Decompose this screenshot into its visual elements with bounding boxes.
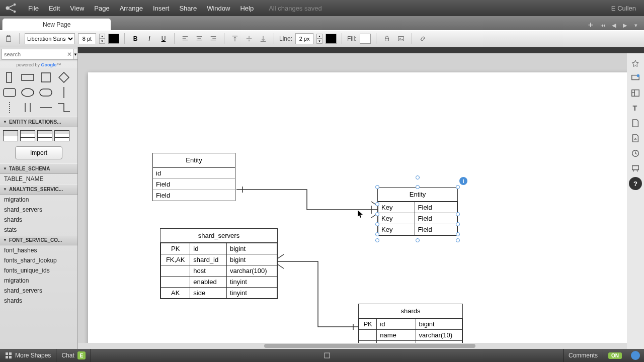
tree-migration[interactable]: migration	[0, 195, 77, 205]
selection-handle[interactable]	[456, 232, 460, 236]
layout-icon[interactable]	[629, 86, 642, 100]
line-width-input[interactable]	[295, 33, 313, 44]
horizontal-scrollbar[interactable]	[78, 343, 627, 349]
search-input[interactable]	[2, 49, 76, 60]
maximize-icon[interactable]	[319, 349, 335, 362]
navigator-icon[interactable]	[629, 56, 642, 69]
tree-shard-servers-2[interactable]: shard_servers	[0, 286, 77, 296]
align-left-icon[interactable]	[180, 33, 191, 44]
search-dropdown-icon[interactable]: ▼	[73, 49, 78, 60]
shape-connector[interactable]	[38, 102, 53, 114]
clipboard-icon[interactable]	[3, 33, 14, 44]
italic-button[interactable]: I	[144, 33, 155, 44]
shape-vrect[interactable]	[2, 71, 17, 83]
menu-window[interactable]: Window	[202, 5, 235, 12]
selection-handle[interactable]	[416, 238, 420, 242]
selection-handle[interactable]	[375, 238, 379, 242]
line-color-swatch[interactable]	[326, 34, 337, 44]
presence-toggle[interactable]: ON	[603, 349, 627, 362]
selection-handle[interactable]	[375, 212, 379, 216]
shape-elbow[interactable]	[56, 102, 71, 114]
er-shape-3[interactable]	[37, 130, 52, 141]
tree-shards-2[interactable]: shards	[0, 296, 77, 306]
tree-shards[interactable]: shards	[0, 215, 77, 225]
menu-page[interactable]: Page	[89, 5, 114, 12]
info-badge-icon[interactable]: i	[459, 177, 467, 185]
text-color-swatch[interactable]	[108, 34, 119, 44]
shape-pill[interactable]	[38, 86, 53, 99]
page-icon[interactable]	[629, 117, 642, 130]
section-entity-relations[interactable]: ▼ENTITY RELATIONS...	[0, 117, 77, 127]
fill-color-swatch[interactable]	[360, 34, 371, 44]
user-avatar[interactable]	[631, 351, 640, 360]
tree-table-name[interactable]: TABLE_NAME	[0, 174, 77, 184]
section-fontsvc[interactable]: ▼FONT_SERVICE_CO...	[0, 235, 77, 245]
tree-shard-servers[interactable]: shard_servers	[0, 205, 77, 215]
image-icon[interactable]	[395, 33, 407, 44]
selection-handle[interactable]	[375, 222, 379, 226]
section-table-schema[interactable]: ▼TABLE_SCHEMA	[0, 163, 77, 174]
selection-handle[interactable]	[456, 212, 460, 216]
import-button[interactable]: Import	[15, 146, 62, 159]
shape-line-v[interactable]	[56, 86, 71, 99]
line-width-spinner[interactable]: ▲▼	[316, 34, 323, 44]
tab-prev-icon[interactable]: ◀	[610, 21, 618, 29]
shape-bracket[interactable]	[20, 102, 35, 114]
bold-button[interactable]: B	[130, 33, 141, 44]
valign-middle-icon[interactable]	[244, 33, 255, 44]
selection-handle[interactable]	[456, 238, 460, 242]
font-size-input[interactable]	[78, 33, 96, 44]
presentation-icon[interactable]	[629, 162, 642, 175]
tab-next-icon[interactable]: ▶	[621, 21, 629, 29]
menu-file[interactable]: File	[23, 5, 44, 12]
chat-button[interactable]: Chat E	[56, 349, 90, 362]
rotate-handle[interactable]	[416, 175, 420, 179]
valign-top-icon[interactable]	[229, 33, 240, 44]
table-shard-servers[interactable]: shard_servers PKidbigint FK,AKshard_idbi…	[160, 228, 278, 299]
er-shape-1[interactable]	[3, 130, 18, 141]
menu-insert[interactable]: Insert	[148, 5, 175, 12]
font-family-select[interactable]: Liberation Sans	[25, 33, 75, 44]
underline-button[interactable]: U	[158, 33, 169, 44]
tab-first-icon[interactable]: ⏮	[599, 21, 607, 29]
tree-font-hashes[interactable]: font_hashes	[0, 245, 77, 255]
menu-share[interactable]: Share	[174, 5, 202, 12]
er-shape-2[interactable]	[20, 130, 35, 141]
selection-handle[interactable]	[375, 202, 379, 206]
user-name[interactable]: E Cullen	[611, 5, 640, 12]
scrollbar-thumb[interactable]	[264, 344, 475, 348]
add-tab-button[interactable]: +	[586, 20, 596, 30]
theme-icon[interactable]: A	[629, 132, 642, 145]
more-shapes-button[interactable]: More Shapes	[0, 349, 56, 362]
shape-hrect[interactable]	[20, 71, 35, 83]
er-shape-4[interactable]	[54, 130, 69, 141]
shape-square[interactable]	[38, 71, 53, 83]
lock-icon[interactable]	[381, 33, 392, 44]
shape-ellipse[interactable]	[20, 86, 35, 99]
text-icon[interactable]: T	[629, 102, 642, 115]
tab-menu-icon[interactable]: ▾	[632, 21, 640, 29]
tree-migration-2[interactable]: migration	[0, 276, 77, 286]
tree-fonts-shard-lookup[interactable]: fonts_shard_lookup	[0, 255, 77, 265]
shape-line-v2[interactable]	[2, 102, 17, 114]
valign-bottom-icon[interactable]	[258, 33, 269, 44]
history-icon[interactable]	[629, 147, 642, 160]
selection-handle[interactable]	[375, 232, 379, 236]
shape-roundrect[interactable]	[2, 86, 17, 99]
link-icon[interactable]	[417, 33, 428, 44]
align-center-icon[interactable]	[194, 33, 205, 44]
entity-box-2[interactable]: Entity KeyField KeyField KeyField	[377, 187, 458, 236]
menu-arrange[interactable]: Arrange	[115, 5, 148, 12]
app-logo-icon[interactable]	[4, 1, 18, 15]
menu-edit[interactable]: Edit	[44, 5, 65, 12]
menu-view[interactable]: View	[65, 5, 89, 12]
tab-new-page[interactable]: New Page	[2, 18, 111, 30]
font-size-spinner[interactable]: ▲▼	[99, 34, 105, 44]
section-analytics[interactable]: ▼ANALYTICS_SERVIC...	[0, 184, 77, 195]
canvas[interactable]: Entity id Field Field Entity KeyField Ke…	[78, 47, 627, 349]
selection-handle[interactable]	[456, 185, 460, 189]
tree-fonts-unique-ids[interactable]: fonts_unique_ids	[0, 265, 77, 276]
selection-handle[interactable]	[375, 185, 379, 189]
align-right-icon[interactable]	[208, 33, 219, 44]
shape-diamond[interactable]	[56, 71, 71, 83]
